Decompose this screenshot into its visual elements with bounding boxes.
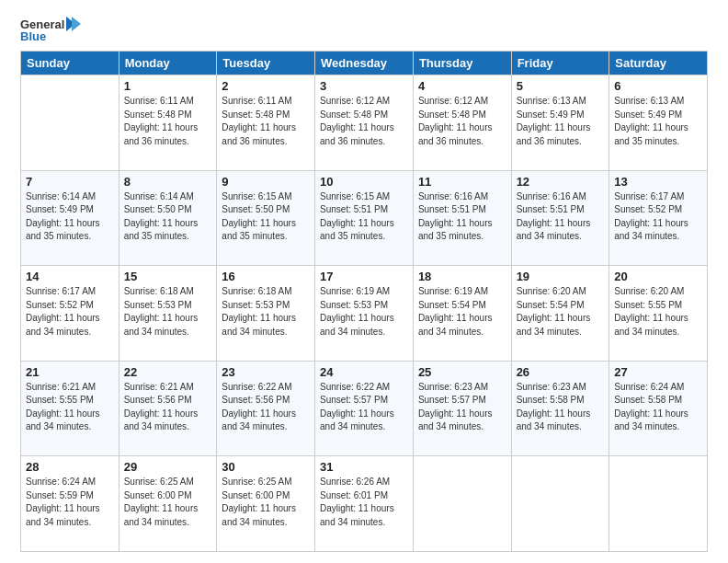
day-info: Sunrise: 6:20 AM Sunset: 5:54 PM Dayligh… — [517, 285, 605, 339]
day-number: 11 — [418, 175, 506, 189]
day-info: Sunrise: 6:14 AM Sunset: 5:49 PM Dayligh… — [26, 190, 114, 244]
day-info: Sunrise: 6:17 AM Sunset: 5:52 PM Dayligh… — [614, 190, 702, 244]
day-info: Sunrise: 6:14 AM Sunset: 5:50 PM Dayligh… — [124, 190, 212, 244]
calendar-cell — [511, 456, 609, 552]
calendar-cell: 7Sunrise: 6:14 AM Sunset: 5:49 PM Daylig… — [21, 170, 119, 266]
day-info: Sunrise: 6:17 AM Sunset: 5:52 PM Dayligh… — [26, 285, 114, 339]
calendar-cell: 10Sunrise: 6:15 AM Sunset: 5:51 PM Dayli… — [315, 170, 414, 266]
calendar-cell: 17Sunrise: 6:19 AM Sunset: 5:53 PM Dayli… — [315, 266, 414, 362]
weekday-header-monday: Monday — [119, 52, 217, 75]
calendar-cell: 6Sunrise: 6:13 AM Sunset: 5:49 PM Daylig… — [609, 75, 708, 171]
day-info: Sunrise: 6:21 AM Sunset: 5:56 PM Dayligh… — [124, 381, 212, 434]
day-info: Sunrise: 6:22 AM Sunset: 5:57 PM Dayligh… — [320, 381, 408, 434]
calendar-cell: 9Sunrise: 6:15 AM Sunset: 5:50 PM Daylig… — [217, 170, 315, 266]
weekday-header-thursday: Thursday — [413, 52, 511, 75]
day-info: Sunrise: 6:26 AM Sunset: 6:01 PM Dayligh… — [320, 476, 408, 529]
calendar-cell: 11Sunrise: 6:16 AM Sunset: 5:51 PM Dayli… — [413, 170, 511, 266]
calendar-cell: 20Sunrise: 6:20 AM Sunset: 5:55 PM Dayli… — [609, 266, 708, 362]
day-number: 22 — [124, 365, 212, 379]
calendar-cell: 24Sunrise: 6:22 AM Sunset: 5:57 PM Dayli… — [315, 361, 414, 456]
day-info: Sunrise: 6:21 AM Sunset: 5:55 PM Dayligh… — [26, 381, 114, 434]
day-info: Sunrise: 6:25 AM Sunset: 6:00 PM Dayligh… — [124, 476, 212, 529]
day-number: 14 — [26, 270, 114, 283]
calendar-cell: 26Sunrise: 6:23 AM Sunset: 5:58 PM Dayli… — [511, 361, 609, 456]
day-number: 9 — [222, 175, 310, 189]
calendar-cell: 5Sunrise: 6:13 AM Sunset: 5:49 PM Daylig… — [511, 75, 609, 171]
logo: General Blue — [20, 17, 83, 43]
calendar-cell — [21, 75, 119, 171]
calendar-table: SundayMondayTuesdayWednesdayThursdayFrid… — [20, 51, 708, 552]
day-number: 25 — [418, 365, 506, 379]
calendar-week-1: 1Sunrise: 6:11 AM Sunset: 5:48 PM Daylig… — [21, 75, 708, 171]
day-number: 30 — [222, 460, 310, 474]
day-info: Sunrise: 6:22 AM Sunset: 5:56 PM Dayligh… — [222, 381, 310, 434]
day-number: 7 — [26, 175, 114, 189]
day-info: Sunrise: 6:24 AM Sunset: 5:59 PM Dayligh… — [26, 476, 114, 529]
day-info: Sunrise: 6:19 AM Sunset: 5:53 PM Dayligh… — [320, 285, 408, 339]
day-info: Sunrise: 6:19 AM Sunset: 5:54 PM Dayligh… — [418, 285, 506, 339]
calendar-cell: 27Sunrise: 6:24 AM Sunset: 5:58 PM Dayli… — [609, 361, 708, 456]
day-number: 24 — [320, 365, 408, 379]
day-number: 13 — [614, 175, 702, 189]
calendar-week-2: 7Sunrise: 6:14 AM Sunset: 5:49 PM Daylig… — [21, 170, 708, 266]
calendar-week-4: 21Sunrise: 6:21 AM Sunset: 5:55 PM Dayli… — [21, 361, 708, 456]
day-info: Sunrise: 6:23 AM Sunset: 5:58 PM Dayligh… — [517, 381, 605, 434]
day-info: Sunrise: 6:13 AM Sunset: 5:49 PM Dayligh… — [517, 95, 605, 148]
day-info: Sunrise: 6:15 AM Sunset: 5:51 PM Dayligh… — [320, 190, 408, 244]
day-info: Sunrise: 6:18 AM Sunset: 5:53 PM Dayligh… — [124, 285, 212, 339]
day-info: Sunrise: 6:15 AM Sunset: 5:50 PM Dayligh… — [222, 190, 310, 244]
weekday-header-friday: Friday — [511, 52, 609, 75]
day-number: 16 — [222, 270, 310, 283]
calendar-cell: 12Sunrise: 6:16 AM Sunset: 5:51 PM Dayli… — [511, 170, 609, 266]
weekday-header-saturday: Saturday — [609, 52, 708, 75]
day-number: 1 — [124, 79, 212, 93]
calendar-cell: 29Sunrise: 6:25 AM Sunset: 6:00 PM Dayli… — [119, 456, 217, 552]
calendar-week-3: 14Sunrise: 6:17 AM Sunset: 5:52 PM Dayli… — [21, 266, 708, 362]
day-number: 29 — [124, 460, 212, 474]
calendar-cell: 2Sunrise: 6:11 AM Sunset: 5:48 PM Daylig… — [217, 75, 315, 171]
day-info: Sunrise: 6:25 AM Sunset: 6:00 PM Dayligh… — [222, 476, 310, 529]
calendar-cell: 22Sunrise: 6:21 AM Sunset: 5:56 PM Dayli… — [119, 361, 217, 456]
calendar-cell: 28Sunrise: 6:24 AM Sunset: 5:59 PM Dayli… — [21, 456, 119, 552]
day-number: 5 — [517, 79, 605, 93]
day-info: Sunrise: 6:16 AM Sunset: 5:51 PM Dayligh… — [517, 190, 605, 244]
weekday-header-sunday: Sunday — [21, 52, 119, 75]
day-info: Sunrise: 6:12 AM Sunset: 5:48 PM Dayligh… — [320, 95, 408, 148]
day-number: 27 — [614, 365, 702, 379]
day-number: 4 — [418, 79, 506, 93]
day-number: 6 — [614, 79, 702, 93]
calendar-cell: 3Sunrise: 6:12 AM Sunset: 5:48 PM Daylig… — [315, 75, 414, 171]
calendar-header-row: SundayMondayTuesdayWednesdayThursdayFrid… — [21, 52, 708, 75]
day-number: 12 — [517, 175, 605, 189]
day-info: Sunrise: 6:11 AM Sunset: 5:48 PM Dayligh… — [124, 95, 212, 148]
calendar-body: 1Sunrise: 6:11 AM Sunset: 5:48 PM Daylig… — [21, 75, 708, 552]
day-number: 2 — [222, 79, 310, 93]
calendar-cell — [609, 456, 708, 552]
calendar-cell: 13Sunrise: 6:17 AM Sunset: 5:52 PM Dayli… — [609, 170, 708, 266]
day-number: 18 — [418, 270, 506, 283]
day-number: 8 — [124, 175, 212, 189]
day-info: Sunrise: 6:24 AM Sunset: 5:58 PM Dayligh… — [614, 381, 702, 434]
day-number: 31 — [320, 460, 408, 474]
logo-text: General Blue — [20, 17, 83, 43]
day-number: 19 — [517, 270, 605, 283]
day-number: 3 — [320, 79, 408, 93]
day-number: 28 — [26, 460, 114, 474]
day-number: 15 — [124, 270, 212, 283]
logo-arrow-icon — [66, 17, 83, 31]
calendar-cell: 1Sunrise: 6:11 AM Sunset: 5:48 PM Daylig… — [119, 75, 217, 171]
calendar-cell: 21Sunrise: 6:21 AM Sunset: 5:55 PM Dayli… — [21, 361, 119, 456]
calendar-cell: 15Sunrise: 6:18 AM Sunset: 5:53 PM Dayli… — [119, 266, 217, 362]
calendar-cell: 18Sunrise: 6:19 AM Sunset: 5:54 PM Dayli… — [413, 266, 511, 362]
calendar-cell: 30Sunrise: 6:25 AM Sunset: 6:00 PM Dayli… — [217, 456, 315, 552]
calendar-cell: 25Sunrise: 6:23 AM Sunset: 5:57 PM Dayli… — [413, 361, 511, 456]
day-info: Sunrise: 6:20 AM Sunset: 5:55 PM Dayligh… — [614, 285, 702, 339]
day-number: 21 — [26, 365, 114, 379]
calendar-cell: 8Sunrise: 6:14 AM Sunset: 5:50 PM Daylig… — [119, 170, 217, 266]
page-header: General Blue — [20, 17, 708, 43]
day-info: Sunrise: 6:12 AM Sunset: 5:48 PM Dayligh… — [418, 95, 506, 148]
calendar-week-5: 28Sunrise: 6:24 AM Sunset: 5:59 PM Dayli… — [21, 456, 708, 552]
day-number: 10 — [320, 175, 408, 189]
svg-marker-1 — [72, 17, 81, 31]
day-info: Sunrise: 6:16 AM Sunset: 5:51 PM Dayligh… — [418, 190, 506, 244]
